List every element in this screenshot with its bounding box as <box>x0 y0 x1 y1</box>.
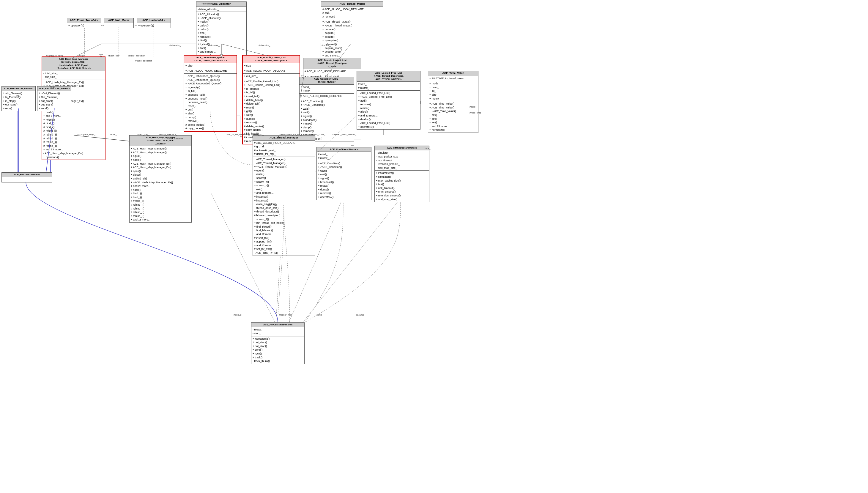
label-out: #out_ <box>50 86 56 88</box>
ace-hash-section: + operator()() <box>137 23 171 28</box>
ace-rmcast-out-element-methods: + ~Out_Element() + Out_Element() + out_s… <box>38 91 71 111</box>
label-hash-key-2: #hash_key_ <box>137 133 150 136</box>
ace-rmcast-retransmit-methods: + Retransmit() + out_start() + out_stop(… <box>252 336 304 364</box>
ace-thread-mutex-box: ACE_Thread_Mutex # ACE_ALLOC_HOOK_DECLAR… <box>321 1 383 66</box>
ace-double-linked-list-base-hook: # ACE_ALLOC_HOOK_DECLARE <box>303 69 361 74</box>
ace-hash-header: ACE_Hash< u64 > <box>137 18 171 23</box>
diagram-container: ACE_Allocator -delete_allocator_ + ACE_A… <box>0 0 868 493</box>
ace-null-mutex-header: ACE_Null_Mutex <box>104 18 133 23</box>
ace-double-linked-list-size: + cur_size_ <box>243 74 300 79</box>
ace-hash-map-manager-box: ACE_Hash_Map_Manager< u64, Descr, ACE_Nu… <box>129 135 192 222</box>
ace-rmcast-parameters-box: ACE_RMCast::Parameters - simulator_ - ma… <box>374 146 429 202</box>
label-params: -params_ <box>355 314 365 316</box>
label-terminated-thr-list: #terminated_thr_list_ <box>279 133 302 136</box>
ace-rmcast-parameters-attribs: - simulator_ - max_packet_size_ - nak_ti… <box>375 150 429 171</box>
ace-unbounded-queue-header: ACE_Unbounded_Queue< ACE_Thread_Descript… <box>184 56 237 63</box>
ace-condition-mutex-box: ACE_Condition< Mutex > # cond_ # mutex_ … <box>317 147 371 200</box>
label-zero: #zero <box>470 106 475 108</box>
label-thr-list: #thr_list_ <box>254 133 264 136</box>
ace-equal-to-header: ACE_Equal_To< u64 > <box>67 18 101 23</box>
ace-rmcast-in-element-box: ACE_RMCast::In_Element + ~In_Element() +… <box>1 86 36 111</box>
ace-hash-map-manager-ex-attribs: - total_size_ - cur_size_ <box>42 71 105 80</box>
ace-unbounded-queue-hook: + ACE_ALLOC_HOOK_DECLARE <box>184 68 237 74</box>
ace-double-linked-list-header: ACE_Double_Linked_List< ACE_Thread_Descr… <box>243 56 300 63</box>
label-thr-to-be-removed: #thr_to_be_removed_ <box>226 133 249 136</box>
ace-thread-manager-attribs: # ACE_ALLOC_HOOK_DECLARE # grp_id_ # aut… <box>253 141 315 157</box>
ace-allocator-section-1: -delete_allocator_ <box>196 7 246 12</box>
label-lock-3: #lock_ <box>311 75 318 78</box>
ace-condition-thread-mutex-attribs: # cond_ # mutex_ <box>300 85 354 93</box>
ace-time-value-box: ACE_Time_Value + FILETIME_to_timval_skew… <box>428 71 478 133</box>
ace-rmcast-element-box: ACE_RMCast::Element <box>1 172 52 183</box>
ace-equal-to-section: + operator()() <box>67 23 101 28</box>
ace-double-linked-list-base-header: ACE_Double_Linked_List< ACE_Thread_Descr… <box>303 58 361 69</box>
ace-time-value-static: + FILETIME_to_timval_skew <box>428 76 478 81</box>
label-zero-cond: #zero_cond_ <box>311 133 325 136</box>
label-allocator-2: #allocator_ <box>169 44 181 47</box>
ace-unbounded-queue-box: ACE_Unbounded_Queue< ACE_Thread_Descript… <box>183 55 237 132</box>
ace-rmcast-parameters-methods: + Parameters() + simulator() + max_packe… <box>375 171 429 202</box>
label-delete-allocator: ~allocator_ <box>201 2 213 5</box>
label-mutex: #mutex_ <box>322 44 331 47</box>
label-allocator-1: #allocator_ <box>208 44 220 47</box>
ace-double-linked-list-attribs: + size_ <box>243 63 300 69</box>
label-max-time: #max_time <box>470 111 481 114</box>
ace-rmcast-parameters-header: ACE_RMCast::Parameters <box>375 146 429 150</box>
label-table-alloc-2: #table_allocator_ <box>167 137 185 140</box>
svg-line-15 <box>302 202 397 324</box>
ace-locked-free-list-header: ACE_Locked_Free_List< ACE_Thread_Descrip… <box>357 71 420 82</box>
ace-hash-map-manager-methods: + ACE_Hash_Map_Manager() + ACE_Hash_Map_… <box>130 146 191 222</box>
ace-condition-mutex-methods: + ACE_Condition() + ~ACE_Condition() + w… <box>317 161 371 200</box>
label-table-alloc-1: #table_allocator_ <box>135 60 153 62</box>
label-compare-keys-1: #compare_keys_ <box>46 55 64 57</box>
label-lock-1: #lock_ <box>79 55 85 57</box>
label-cond: cond_ <box>317 314 323 316</box>
ace-null-mutex-section <box>104 23 133 28</box>
ace-unbounded-queue-methods: + ACE_Unbounded_Queue() + ACE_Unbounded_… <box>184 74 237 131</box>
label-thread-desc-freelist: #thread_desc_freelist_ <box>332 133 356 136</box>
ace-hash-map-manager-ex-header: ACE_Hash_Map_ManagerEx< u64, Descr, ACE_… <box>42 57 105 71</box>
ace-rmcast-in-element-methods: + ~In_Element() + In_Element() + in_stop… <box>2 91 35 111</box>
ace-thread-mutex-header: ACE_Thread_Mutex <box>321 2 383 7</box>
ace-unbounded-queue-attribs: + size_ <box>184 63 237 69</box>
label-entry-alloc-1: #entry_allocator_ <box>128 55 146 57</box>
label-tick: tick_ <box>426 147 430 150</box>
ace-equal-to-box: ACE_Equal_To< u64 > + operator()() <box>67 18 101 28</box>
label-queue: #queue_ <box>234 314 243 316</box>
ace-rmcast-out-element-box: ACE_RMCast::Out_Element + ~Out_Element()… <box>37 86 71 111</box>
ace-thread-manager-box: ACE_Thread_Manager # ACE_ALLOC_HOOK_DECL… <box>253 135 315 256</box>
label-allocator-3: #allocator_ <box>259 44 270 47</box>
ace-thread-manager-header: ACE_Thread_Manager <box>253 135 315 141</box>
ace-time-value-attribs: + mode_ + hwm_ + irc_ + size_ + mutex_ <box>428 81 478 101</box>
label-in: #in_ <box>16 94 21 97</box>
label-tracker-mgr: tracker_mgr_ <box>279 314 293 316</box>
ace-time-value-header: ACE_Time_Value <box>428 71 478 76</box>
ace-condition-thread-mutex-box: ACE_Condition< ACE_Thread_Mutex > # cond… <box>299 77 354 142</box>
svg-line-26 <box>73 44 101 58</box>
label-compare-keys-2: #compare_keys_ <box>77 133 95 136</box>
ace-hash-box: ACE_Hash< u64 > + operator()() <box>137 18 171 28</box>
ace-null-mutex-box: ACE_Null_Mutex <box>104 18 134 28</box>
ace-rmcast-retransmit-header: ACE_RMCast::Retransmit <box>252 323 304 327</box>
label-lock-2: #lock_ <box>110 133 117 136</box>
ace-condition-thread-mutex-hook: # ACE_ALLOC_HOOK_DECLARE <box>300 93 354 99</box>
ace-thread-mutex-section-1: # ACE_ALLOC_HOOK_DECLARE # lock_ # remov… <box>321 7 383 20</box>
ace-rmcast-in-element-header: ACE_RMCast::In_Element <box>2 86 35 91</box>
label-entry-alloc-2: #entry_allocator_ <box>159 133 177 136</box>
ace-condition-thread-mutex-header: ACE_Condition< ACE_Thread_Mutex > <box>300 77 354 85</box>
ace-thread-manager-methods: + ACE_Thread_Manager() + ACE_Thread_Mana… <box>253 157 315 255</box>
label-thr-mgr: #thr_mgr_ <box>267 203 278 206</box>
ace-double-linked-list-box: ACE_Double_Linked_List< ACE_Thread_Descr… <box>242 55 300 145</box>
ace-condition-mutex-attribs: # cond_ # mutex_ <box>317 152 371 161</box>
ace-locked-free-list-box: ACE_Locked_Free_List< ACE_Thread_Descrip… <box>356 71 420 130</box>
ace-rmcast-element-header: ACE_RMCast::Element <box>2 173 52 177</box>
ace-rmcast-retransmit-attribs: - mutex_ - stop_ <box>252 327 304 336</box>
ace-locked-free-list-methods: + ACE_Locked_Free_List() + ~ACE_Locked_F… <box>357 91 420 129</box>
ace-rmcast-element-section <box>2 177 52 182</box>
ace-rmcast-retransmit-box: ACE_RMCast::Retransmit - mutex_ - stop_ … <box>251 322 305 364</box>
ace-condition-mutex-header: ACE_Condition< Mutex > <box>317 147 371 152</box>
label-hash-key-1: #hash_key_ <box>108 55 121 57</box>
ace-locked-free-list-attribs: # size_ # mutex_ <box>357 82 420 91</box>
ace-double-linked-list-hook: + ACE_ALLOC_HOOK_DECLARE <box>243 68 300 74</box>
